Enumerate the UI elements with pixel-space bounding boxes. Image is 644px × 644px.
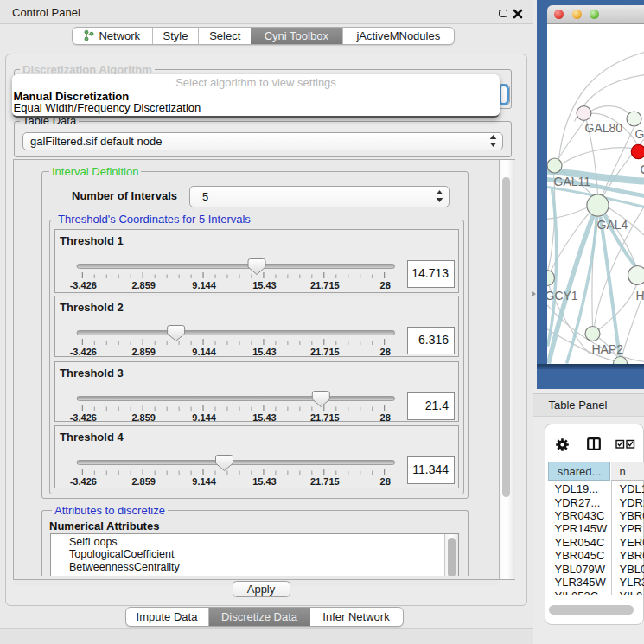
svg-text:C: C [640,162,644,175]
svg-text:GAL11: GAL11 [553,174,590,188]
svg-text:G.: G. [634,126,644,140]
svg-text:HAP2: HAP2 [591,341,623,355]
svg-text:H: H [635,288,644,302]
svg-text:GAL4: GAL4 [596,217,628,231]
svg-text:GAL80: GAL80 [584,120,622,134]
svg-text:GCY1: GCY1 [547,288,578,302]
